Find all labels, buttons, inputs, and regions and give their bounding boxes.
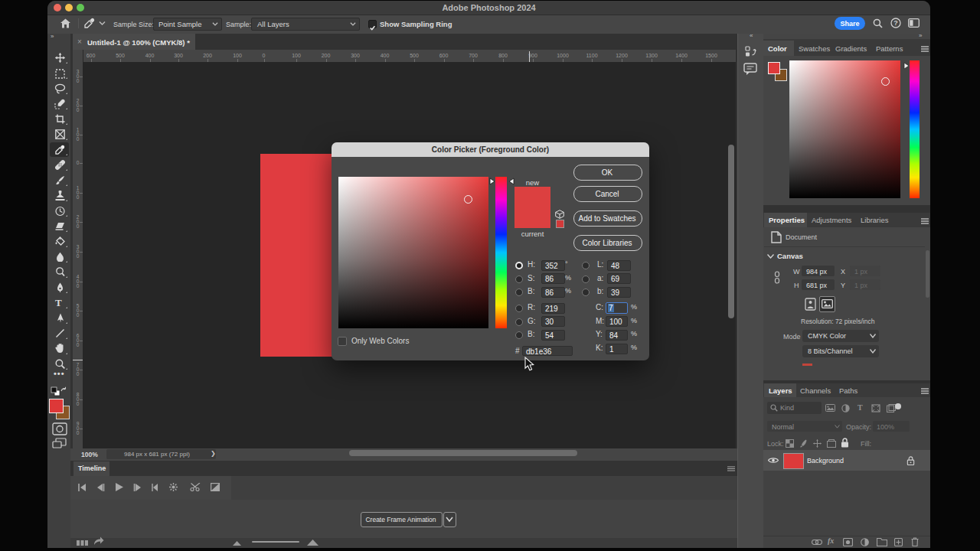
svg-text:?: ? [893,19,898,27]
